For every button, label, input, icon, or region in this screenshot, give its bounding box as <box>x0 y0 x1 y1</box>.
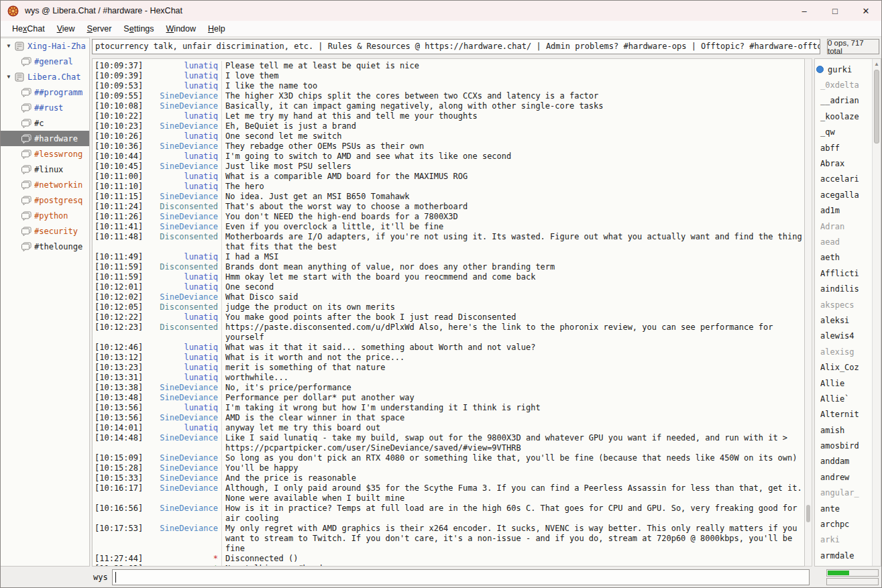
menu-settings[interactable]: Settings <box>117 22 160 36</box>
nickname[interactable]: Disconsented <box>143 302 222 312</box>
user-list-item[interactable]: _0xdelta <box>815 77 872 93</box>
user-list-item[interactable]: aeth <box>815 250 872 266</box>
expander-icon[interactable]: ▼ <box>3 43 14 49</box>
nickname[interactable]: Disconsented <box>143 322 222 343</box>
tree-channel-c[interactable]: #c <box>1 115 89 131</box>
own-nick-label[interactable]: wys <box>93 573 108 582</box>
nickname[interactable]: SineDeviance <box>143 222 222 232</box>
nickname[interactable]: SineDeviance <box>143 504 222 524</box>
user-list-item[interactable]: angular_ <box>815 485 872 501</box>
nickname[interactable]: SineDeviance <box>143 141 222 152</box>
nickname[interactable]: SineDeviance <box>143 162 222 172</box>
user-list-item[interactable]: accelari <box>815 172 872 187</box>
chat-scrollbar[interactable] <box>805 58 812 567</box>
user-list-item[interactable]: archpc <box>815 516 872 532</box>
nickname[interactable]: SineDeviance <box>143 453 222 463</box>
nickname[interactable]: lunatiq <box>143 182 222 192</box>
tree-channel-python[interactable]: #python <box>1 208 89 223</box>
nickname[interactable]: lunatiq <box>143 363 222 373</box>
user-list-item[interactable]: aindilis <box>815 281 872 296</box>
userlist-scrollbar[interactable]: ▲ <box>872 59 881 566</box>
user-list-item[interactable]: gurki <box>815 62 872 77</box>
user-list-item[interactable]: ante <box>815 501 872 516</box>
user-list-item[interactable]: alexisg <box>815 344 872 359</box>
user-list-item[interactable]: Adran <box>815 219 872 234</box>
user-list-item[interactable]: _koolaze <box>815 109 872 124</box>
user-list-item[interactable]: Abrax <box>815 156 872 171</box>
tree-channel-networkin[interactable]: #networkin <box>1 177 89 192</box>
user-list-item[interactable]: Allie <box>815 375 872 391</box>
user-list-item[interactable]: anddam <box>815 454 872 469</box>
nickname[interactable]: * <box>143 554 222 564</box>
nickname[interactable]: SineDeviance <box>143 433 222 453</box>
nickname[interactable]: lunatiq <box>143 81 222 91</box>
user-list-item[interactable]: Alternit <box>815 407 872 422</box>
user-list-item[interactable]: Alix_Coz <box>815 359 872 375</box>
userlist-scrollbar-thumb[interactable] <box>874 70 879 143</box>
user-list-item[interactable]: aleksi <box>815 312 872 328</box>
nickname[interactable]: Disconsented <box>143 232 222 252</box>
minimize-button[interactable]: – <box>789 1 820 21</box>
nickname[interactable]: SineDeviance <box>143 91 222 101</box>
nickname[interactable]: SineDeviance <box>143 463 222 473</box>
chat-message-area[interactable]: [10:09:37]lunatiqPlease tell me at least… <box>92 58 805 567</box>
nickname[interactable]: SineDeviance <box>143 192 222 202</box>
nickname[interactable]: SineDeviance <box>143 121 222 131</box>
nickname[interactable]: lunatiq <box>143 423 222 433</box>
menu-window[interactable]: Window <box>160 22 202 36</box>
user-list-item[interactable]: arki <box>815 532 872 548</box>
tree-channel-thelounge[interactable]: #thelounge <box>1 239 89 254</box>
user-list[interactable]: gurki_0xdelta__adrian_koolaze_qwabffAbra… <box>815 59 872 566</box>
nickname[interactable]: SineDeviance <box>143 393 222 403</box>
nickname[interactable]: lunatiq <box>143 403 222 413</box>
nickname[interactable]: lunatiq <box>143 373 222 383</box>
user-list-item[interactable]: akspecs <box>815 297 872 312</box>
nickname[interactable]: * <box>143 564 222 567</box>
tree-channel-rust[interactable]: ##rust <box>1 100 89 115</box>
topic-input[interactable]: ptocurrency talk, unfair discrimination,… <box>92 39 820 54</box>
user-list-item[interactable]: acegalla <box>815 187 872 202</box>
tree-channel-security[interactable]: #security <box>1 223 89 239</box>
tree-server-libera.chat[interactable]: ▼Libera.Chat <box>1 69 89 84</box>
user-list-item[interactable]: amosbird <box>815 438 872 453</box>
nickname[interactable]: SineDeviance <box>143 473 222 483</box>
nickname[interactable]: lunatiq <box>143 312 222 322</box>
menu-server[interactable]: Server <box>81 22 118 36</box>
nickname[interactable]: lunatiq <box>143 152 222 162</box>
user-list-item[interactable]: aead <box>815 234 872 249</box>
nickname[interactable]: SineDeviance <box>143 483 222 504</box>
message-input[interactable] <box>112 569 810 585</box>
tree-channel-postgresq[interactable]: #postgresq <box>1 192 89 208</box>
nickname[interactable]: lunatiq <box>143 252 222 262</box>
nickname[interactable]: SineDeviance <box>143 413 222 423</box>
tree-channel-programm[interactable]: ##programm <box>1 84 89 100</box>
nickname[interactable]: SineDeviance <box>143 292 222 302</box>
user-list-item[interactable]: __adrian <box>815 93 872 109</box>
user-list-item[interactable]: alewis4 <box>815 329 872 344</box>
nickname[interactable]: lunatiq <box>143 131 222 141</box>
close-button[interactable]: ✕ <box>850 1 881 21</box>
nickname[interactable]: SineDeviance <box>143 212 222 222</box>
user-list-item[interactable]: ad1m <box>815 203 872 219</box>
tree-channel-linux[interactable]: #linux <box>1 162 89 177</box>
user-list-item[interactable]: armdale <box>815 548 872 563</box>
scroll-up-arrow-icon[interactable]: ▲ <box>873 59 881 67</box>
nickname[interactable]: Disconsented <box>143 262 222 272</box>
nickname[interactable]: Disconsented <box>143 202 222 212</box>
tree-channel-hardware[interactable]: #hardware <box>1 131 89 146</box>
user-list-item[interactable]: arooni <box>815 564 872 567</box>
menu-hexchat[interactable]: HexChat <box>6 22 51 36</box>
nickname[interactable]: lunatiq <box>143 111 222 121</box>
user-list-item[interactable]: _qw <box>815 125 872 140</box>
tree-channel-general[interactable]: #general <box>1 54 89 69</box>
nickname[interactable]: SineDeviance <box>143 383 222 393</box>
nickname[interactable]: lunatiq <box>143 353 222 363</box>
nickname[interactable]: lunatiq <box>143 61 222 71</box>
user-list-item[interactable]: andrew <box>815 469 872 485</box>
nickname[interactable]: lunatiq <box>143 71 222 81</box>
user-list-item[interactable]: amish <box>815 422 872 438</box>
expander-icon[interactable]: ▼ <box>3 74 14 80</box>
user-list-item[interactable]: Allie` <box>815 391 872 406</box>
nickname[interactable]: lunatiq <box>143 172 222 182</box>
menu-view[interactable]: View <box>51 22 81 36</box>
